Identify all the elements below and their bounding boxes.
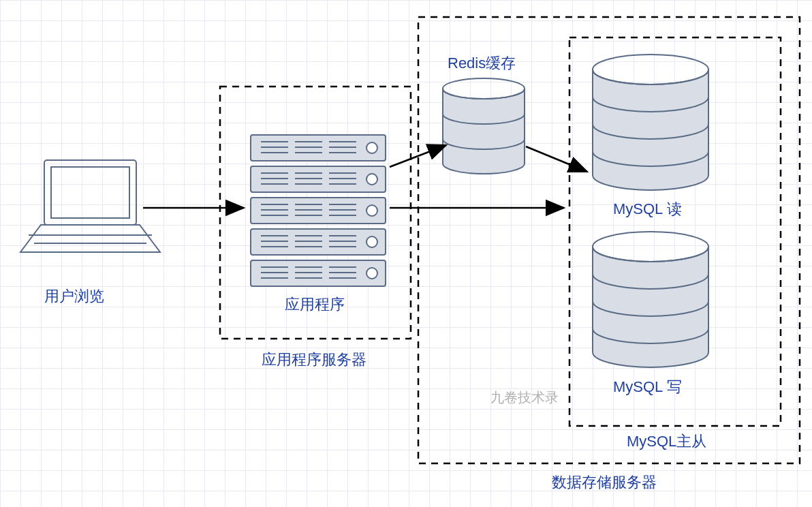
watermark-text: 九卷技术录 — [490, 388, 559, 407]
svg-point-60 — [366, 268, 377, 279]
mysql-write-cylinder-icon — [593, 232, 708, 367]
data-storage-box-label: 数据存储服务器 — [552, 472, 657, 493]
svg-marker-3 — [20, 225, 160, 252]
svg-rect-2 — [51, 167, 129, 218]
server-icon — [251, 135, 386, 286]
app-server-box-label: 应用程序服务器 — [262, 350, 366, 370]
mysql-master-slave-label: MySQL主从 — [627, 431, 706, 452]
svg-point-63 — [593, 232, 708, 262]
svg-point-50 — [366, 236, 377, 247]
redis-label: Redis缓存 — [448, 53, 516, 74]
svg-point-40 — [366, 205, 377, 216]
laptop-icon — [20, 160, 160, 252]
app-program-label: 应用程序 — [285, 294, 345, 315]
svg-point-62 — [593, 55, 708, 84]
mysql-write-label: MySQL 写 — [613, 377, 682, 397]
svg-point-61 — [443, 78, 525, 99]
svg-rect-1 — [44, 160, 136, 225]
user-browse-label: 用户浏览 — [44, 286, 104, 307]
arrow-redis-to-mysql-read — [526, 147, 587, 172]
redis-cylinder-icon — [443, 78, 525, 174]
svg-point-30 — [366, 174, 377, 185]
mysql-read-label: MySQL 读 — [613, 199, 682, 219]
mysql-read-cylinder-icon — [593, 55, 708, 190]
svg-point-20 — [366, 142, 377, 153]
